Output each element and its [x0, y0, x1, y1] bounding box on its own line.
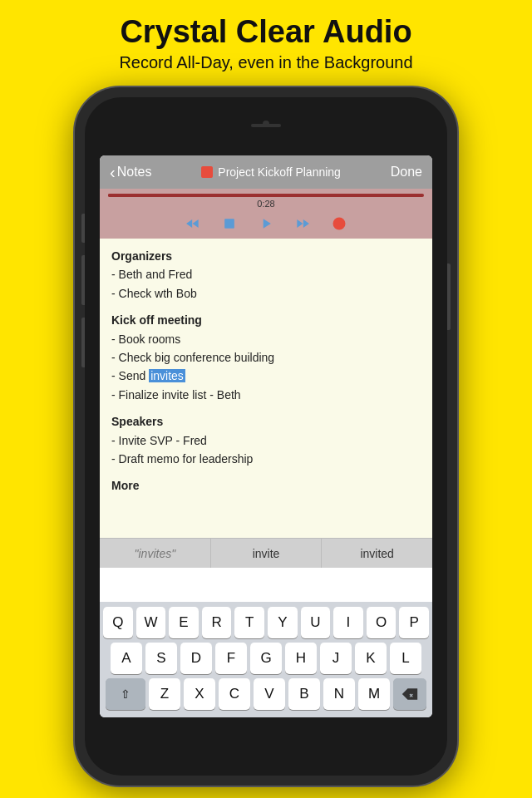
- key-c[interactable]: C: [219, 678, 250, 710]
- speaker-icon: [251, 124, 281, 127]
- notes-section-kickoff: Kick off meeting - Book rooms - Check bi…: [111, 311, 421, 404]
- power-button[interactable]: [447, 264, 451, 330]
- autocomplete-bar: "invites" invite invited: [100, 538, 432, 568]
- highlighted-text: invites: [149, 369, 185, 382]
- notes-section-organizers: Organizers - Beth and Fred - Check wth B…: [111, 247, 421, 303]
- key-h[interactable]: H: [285, 643, 317, 674]
- key-t[interactable]: T: [234, 607, 264, 638]
- shift-key[interactable]: ⇧: [106, 678, 145, 710]
- key-v[interactable]: V: [254, 678, 285, 710]
- section-title-kickoff: Kick off meeting: [111, 311, 421, 329]
- progress-fill: [108, 194, 203, 197]
- key-m[interactable]: M: [358, 678, 390, 710]
- keyboard: Q W E R T Y U I O P A S D F G: [100, 602, 432, 717]
- key-o[interactable]: O: [367, 607, 397, 638]
- volume-up-button[interactable]: [81, 255, 85, 305]
- mute-button[interactable]: [81, 214, 85, 243]
- notes-line: - Draft memo for leadership: [111, 450, 421, 468]
- key-q[interactable]: Q: [103, 607, 133, 638]
- recording-color-dot: [201, 166, 213, 178]
- autocomplete-item-2[interactable]: invite: [211, 539, 323, 568]
- key-w[interactable]: W: [136, 607, 166, 638]
- autocomplete-item-3[interactable]: invited: [322, 539, 432, 568]
- stop-button[interactable]: [218, 212, 241, 235]
- keyboard-row-2: A S D F G H J K L: [103, 643, 429, 674]
- svg-rect-0: [224, 219, 234, 229]
- section-title-organizers: Organizers: [111, 247, 421, 265]
- back-arrow-icon: ‹: [110, 163, 116, 182]
- rewind-button[interactable]: [181, 212, 204, 235]
- play-button[interactable]: [254, 212, 278, 235]
- section-title-more: More: [111, 476, 421, 495]
- key-g[interactable]: G: [250, 643, 282, 674]
- key-x[interactable]: X: [184, 678, 215, 710]
- notes-section-speakers: Speakers - Invite SVP - Fred - Draft mem…: [111, 412, 421, 468]
- keyboard-row-3: ⇧ Z X C V B N M: [103, 678, 429, 710]
- notes-line: - Beth and Fred: [111, 265, 421, 283]
- audio-bar: 0:28: [100, 189, 432, 239]
- key-f[interactable]: F: [215, 643, 247, 674]
- section-title-speakers: Speakers: [111, 412, 421, 431]
- app-title: Crystal Clear Audio: [17, 15, 515, 50]
- volume-down-button[interactable]: [81, 318, 85, 367]
- keyboard-row-1: Q W E R T Y U I O P: [103, 607, 429, 638]
- nav-title: Project Kickoff Planning: [218, 165, 341, 179]
- key-z[interactable]: Z: [149, 678, 180, 710]
- progress-track[interactable]: [108, 194, 424, 197]
- delete-key[interactable]: [393, 678, 426, 710]
- notes-line: - Finalize invite list - Beth: [111, 386, 421, 404]
- notes-line: - Check big conference building: [111, 348, 421, 367]
- back-button[interactable]: ‹ Notes: [110, 163, 151, 182]
- phone-inner: ‹ Notes Project Kickoff Planning Done 0:…: [85, 97, 447, 776]
- notes-section-more: More: [111, 476, 421, 495]
- notes-line: - Invite SVP - Fred: [111, 431, 421, 450]
- navigation-bar: ‹ Notes Project Kickoff Planning Done: [100, 155, 432, 189]
- audio-controls: [108, 212, 424, 235]
- notes-line: - Send invites: [111, 367, 421, 385]
- key-l[interactable]: L: [390, 643, 421, 674]
- done-button[interactable]: Done: [391, 165, 422, 180]
- key-j[interactable]: J: [320, 643, 352, 674]
- app-subtitle: Record All-Day, even in the Background: [17, 53, 515, 72]
- key-r[interactable]: R: [202, 607, 232, 638]
- key-i[interactable]: I: [333, 607, 363, 638]
- key-b[interactable]: B: [288, 678, 320, 710]
- svg-point-1: [333, 218, 346, 230]
- phone-frame: ‹ Notes Project Kickoff Planning Done 0:…: [75, 87, 457, 786]
- autocomplete-item-1[interactable]: "invites": [100, 539, 211, 568]
- record-button[interactable]: [328, 212, 351, 235]
- key-u[interactable]: U: [301, 607, 331, 638]
- key-k[interactable]: K: [355, 643, 387, 674]
- key-d[interactable]: D: [180, 643, 212, 674]
- phone-screen: ‹ Notes Project Kickoff Planning Done 0:…: [100, 155, 432, 717]
- notes-line: - Book rooms: [111, 330, 421, 348]
- key-p[interactable]: P: [399, 607, 429, 638]
- key-s[interactable]: S: [145, 643, 177, 674]
- audio-time: 0:28: [108, 199, 424, 209]
- notes-line: - Check wth Bob: [111, 284, 421, 303]
- key-e[interactable]: E: [169, 607, 199, 638]
- back-label: Notes: [117, 165, 152, 180]
- notes-content[interactable]: Organizers - Beth and Fred - Check wth B…: [100, 239, 432, 538]
- nav-title-container: Project Kickoff Planning: [201, 165, 341, 179]
- key-a[interactable]: A: [111, 643, 142, 674]
- key-y[interactable]: Y: [268, 607, 298, 638]
- fast-forward-button[interactable]: [291, 212, 314, 235]
- app-header: Crystal Clear Audio Record All-Day, even…: [0, 0, 532, 81]
- key-n[interactable]: N: [323, 678, 355, 710]
